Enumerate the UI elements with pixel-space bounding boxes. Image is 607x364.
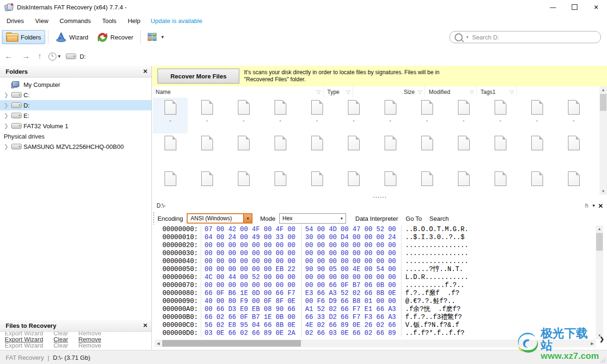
hex-row[interactable]: 00000010:04 00 24 00 49 00 33 0030 00 00…	[152, 233, 607, 241]
column-header-type[interactable]: Type	[323, 86, 353, 97]
toolbar-grip-icon[interactable]	[153, 212, 154, 225]
file-item[interactable]	[226, 133, 261, 169]
chevron-right-icon[interactable]: ❯	[4, 123, 11, 129]
panel-splitter[interactable]	[152, 195, 607, 200]
minimize-button[interactable]: —	[542, 0, 564, 14]
close-button[interactable]: ✕	[585, 0, 607, 14]
file-item[interactable]: -	[373, 98, 408, 133]
hex-row[interactable]: 000000B0:66 02 66 0F B7 1E 0B 0066 33 D2…	[152, 313, 607, 321]
hex-vertical-scrollbar[interactable]: ▲ ▼	[596, 225, 603, 339]
tree-item-c-[interactable]: ❯C:	[0, 90, 151, 100]
hex-row[interactable]: 00000040:00 00 00 00 00 00 00 0000 00 00…	[152, 257, 607, 265]
folders-button[interactable]: Folders	[2, 30, 45, 44]
file-item[interactable]	[410, 169, 444, 195]
maximize-button[interactable]	[564, 0, 585, 14]
menu-tools[interactable]: Tools	[96, 17, 122, 24]
column-header-tags1[interactable]: Tags1	[477, 86, 517, 97]
file-item[interactable]: -	[410, 98, 444, 133]
menu-commands[interactable]: Commands	[54, 17, 96, 24]
tree-item-d-[interactable]: ❯D:	[0, 100, 151, 110]
scroll-up-icon[interactable]: ▲	[596, 225, 603, 232]
filter-funnel-icon[interactable]	[418, 90, 423, 94]
chevron-right-icon[interactable]: ❯	[4, 143, 11, 150]
hex-row[interactable]: 00000060:4C 00 44 00 52 00 00 0000 00 00…	[152, 273, 607, 281]
file-item[interactable]	[446, 133, 481, 169]
file-item[interactable]	[373, 133, 408, 169]
recover-button[interactable]: Recover	[93, 30, 137, 45]
history-icon[interactable]	[48, 53, 56, 61]
data-interpreter-button[interactable]: Data Interpreter	[355, 215, 398, 222]
filter-funnel-icon[interactable]	[316, 90, 321, 94]
file-item[interactable]	[189, 169, 224, 195]
hex-row[interactable]: 00000050:00 00 00 00 00 00 EB 2290 90 05…	[152, 265, 607, 273]
hex-row[interactable]: 000000A0:00 66 D3 E0 EB 08 90 66A1 52 02…	[152, 305, 607, 313]
file-item[interactable]	[263, 169, 298, 195]
up-button[interactable]: ↑	[35, 52, 45, 61]
file-item[interactable]: -	[189, 98, 224, 133]
file-item[interactable]	[556, 169, 591, 195]
tree-item-my-computer[interactable]: My Computer	[0, 79, 151, 90]
hex-row[interactable]: 000000C0:56 02 E8 95 04 66 8B 0E4E 02 66…	[152, 321, 607, 329]
resize-grip-icon[interactable]	[600, 357, 606, 363]
scroll-left-icon[interactable]: ◀	[155, 340, 162, 347]
file-item[interactable]	[336, 133, 371, 169]
file-item[interactable]: -	[556, 98, 591, 133]
search-box[interactable]: ▼	[449, 31, 601, 43]
file-item[interactable]	[263, 133, 298, 169]
tree-item-fat32-volume-1[interactable]: ❯FAT32 Volume 1	[0, 121, 151, 131]
search-input[interactable]	[471, 33, 596, 41]
file-item[interactable]	[300, 169, 334, 195]
scrollbar-thumb[interactable]	[600, 94, 607, 111]
hex-horizontal-scrollbar[interactable]: ◀ ▶	[155, 340, 596, 347]
file-item[interactable]	[300, 133, 334, 169]
search-button[interactable]: Search	[429, 215, 449, 222]
hex-row[interactable]: 00000080:66 0F B6 1E 0D 00 66 F7E3 66 A3…	[152, 289, 607, 297]
file-item[interactable]	[520, 169, 554, 195]
scroll-right-icon[interactable]: ▶	[589, 340, 596, 347]
view-mode-button[interactable]: ▼	[143, 31, 169, 44]
recover-more-files-button[interactable]: Recover More Files	[158, 69, 239, 84]
column-header-size[interactable]: Size	[353, 86, 425, 97]
update-available-link[interactable]: Update is available	[146, 17, 207, 24]
column-header-modified[interactable]: Modified	[425, 86, 477, 97]
back-button[interactable]: ←	[0, 52, 17, 61]
menu-view[interactable]: View	[30, 17, 54, 24]
mode-caret-icon[interactable]: ▼	[338, 214, 346, 223]
hex-panel-close-icon[interactable]: ✕	[598, 202, 603, 209]
file-item[interactable]: -	[153, 98, 188, 133]
history-caret-icon[interactable]: ▼	[57, 54, 62, 59]
hex-row[interactable]: 00000020:00 00 00 00 00 00 00 0000 00 00…	[152, 241, 607, 249]
hex-row[interactable]: 00000000:07 00 42 00 4F 00 4F 0054 00 4D…	[152, 225, 607, 233]
filter-funnel-icon[interactable]	[509, 90, 514, 94]
tree-item-e-[interactable]: ❯E:	[0, 110, 151, 121]
file-item[interactable]: -	[446, 98, 481, 133]
folders-panel-close-icon[interactable]: ✕	[143, 68, 148, 75]
file-item[interactable]	[373, 169, 408, 195]
file-item[interactable]	[336, 169, 371, 195]
scroll-up-icon[interactable]: ▲	[599, 86, 607, 93]
file-item[interactable]	[153, 133, 188, 169]
files-panel-close-icon[interactable]: ✕	[143, 322, 148, 329]
filter-funnel-icon[interactable]	[469, 90, 474, 94]
chevron-right-icon[interactable]: ❯	[4, 112, 11, 119]
hex-row[interactable]: 00000070:00 00 00 00 00 00 00 0000 00 66…	[152, 281, 607, 289]
file-item[interactable]: -	[226, 98, 261, 133]
chevron-right-icon[interactable]: ❯	[4, 102, 11, 108]
go-to-button[interactable]: Go To	[406, 215, 422, 222]
hex-row[interactable]: 00000030:00 00 00 00 00 00 00 0000 00 00…	[152, 249, 607, 257]
encoding-select[interactable]: ANSI (Windows) ▼	[187, 213, 252, 224]
encoding-caret-icon[interactable]: ▼	[243, 214, 252, 223]
file-item[interactable]	[189, 133, 224, 169]
mode-select[interactable]: Hex ▼	[279, 213, 346, 224]
hex-header-caret-icon[interactable]: ▼	[591, 203, 596, 208]
scrollbar-thumb[interactable]	[596, 233, 603, 251]
file-item[interactable]	[483, 133, 518, 169]
file-item[interactable]: -	[336, 98, 371, 133]
scroll-down-icon[interactable]: ▼	[596, 332, 603, 339]
file-item[interactable]: -	[300, 98, 334, 133]
file-item[interactable]	[446, 169, 481, 195]
tree-item-samsung-mzvl2256hchq-00b00[interactable]: ❯SAMSUNG MZVL2256HCHQ-00B00	[0, 141, 151, 152]
forward-button[interactable]: →	[17, 52, 35, 61]
column-header-name[interactable]: Name	[152, 86, 323, 97]
chevron-right-icon[interactable]: ❯	[4, 92, 11, 98]
